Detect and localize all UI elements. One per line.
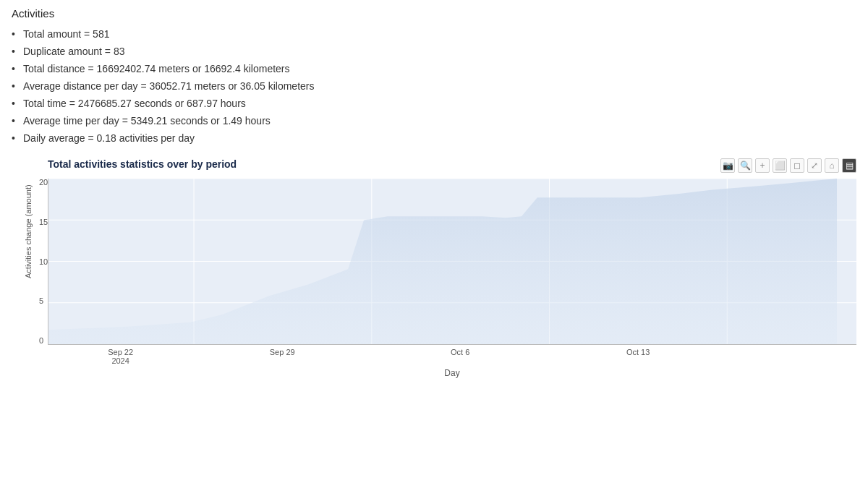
x-tick-label: Sep 29 bbox=[270, 348, 295, 356]
home-icon[interactable]: ⌂ bbox=[825, 158, 839, 173]
list-item: Daily average = 0.18 activities per day bbox=[12, 129, 856, 147]
list-item: Total amount = 581 bbox=[12, 25, 856, 43]
y-tick: 20 bbox=[39, 179, 45, 187]
autoscale-icon[interactable]: ⤢ bbox=[807, 158, 822, 173]
x-tick-sub: 2024 bbox=[111, 356, 129, 365]
x-axis-title: Day bbox=[12, 368, 856, 378]
x-tick-label: Oct 13 bbox=[626, 348, 650, 356]
x-axis: Sep 22 2024 Sep 29 Oct 6 Oct 13 bbox=[12, 348, 856, 365]
camera-icon[interactable]: 📷 bbox=[720, 158, 735, 173]
list-item: Total distance = 16692402.74 meters or 1… bbox=[12, 60, 856, 77]
chart-toolbar: 📷 🔍 + ⬜ ◻ ⤢ ⌂ ▤ bbox=[720, 158, 856, 173]
y-tick: 15 bbox=[39, 218, 45, 226]
grid-lines bbox=[48, 179, 856, 344]
x-tick-label: Sep 22 bbox=[108, 348, 133, 356]
list-item: Duplicate amount = 83 bbox=[12, 43, 856, 60]
list-item: Average distance per day = 36052.71 mete… bbox=[12, 77, 856, 95]
y-ticks: 0 5 10 15 20 bbox=[39, 179, 45, 345]
bar-chart-icon[interactable]: ▤ bbox=[842, 158, 856, 173]
lasso-icon[interactable]: ◻ bbox=[790, 158, 804, 173]
chart-area-fill bbox=[48, 179, 837, 344]
list-item: Average time per day = 5349.21 seconds o… bbox=[12, 112, 856, 129]
section-title: Activities bbox=[12, 7, 856, 20]
plus-icon[interactable]: + bbox=[755, 158, 770, 173]
box-select-icon[interactable]: ⬜ bbox=[773, 158, 787, 173]
y-tick: 10 bbox=[39, 258, 45, 266]
y-tick: 5 bbox=[39, 297, 45, 305]
y-axis-label: Activities change (amount) bbox=[24, 245, 33, 278]
y-tick: 0 bbox=[39, 337, 45, 345]
zoom-in-icon[interactable]: 🔍 bbox=[738, 158, 752, 173]
x-tick-label: Oct 6 bbox=[451, 348, 469, 356]
chart-section: 📷 🔍 + ⬜ ◻ ⤢ ⌂ ▤ Total activities statist… bbox=[12, 158, 856, 378]
list-item: Total time = 2476685.27 seconds or 687.9… bbox=[12, 95, 856, 112]
stats-list: Total amount = 581 Duplicate amount = 83… bbox=[12, 25, 856, 147]
